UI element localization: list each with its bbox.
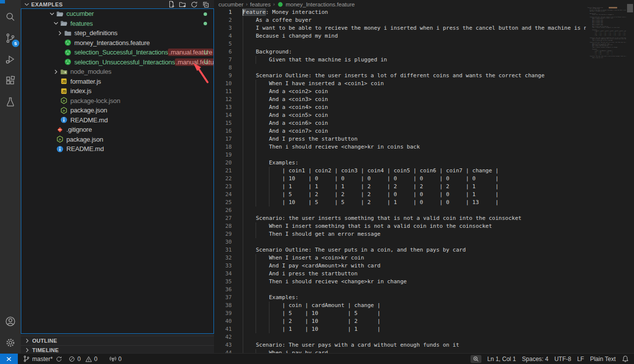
line-number[interactable]: 17 [214,135,232,143]
encoding-setting[interactable]: UTF-8 [551,356,574,363]
line-number[interactable]: 3 [214,24,232,32]
code-line[interactable]: 4 Because i changed my mind [214,32,586,40]
line-number[interactable]: 4 [214,32,232,40]
line-number[interactable]: 41 [214,325,232,333]
cursor-position[interactable]: Ln 1, Col 1 [484,356,519,363]
vertical-scrollbar[interactable] [626,0,634,353]
problems-status[interactable]: 0 0 [65,354,100,364]
code-line[interactable]: 29 Then I should get an error message [214,230,586,238]
code-line[interactable]: 39 | 5 | 10 | 5 | [214,310,586,317]
line-number[interactable]: 35 [214,278,232,286]
outline-panel-header[interactable]: OUTLINE [21,336,214,345]
tree-item--gitignore[interactable]: .gitignore [21,125,213,135]
settings-gear-icon[interactable] [0,332,21,353]
line-number[interactable]: 40 [214,317,232,325]
line-number[interactable]: 33 [214,262,232,270]
ports-status[interactable]: 0 [106,354,125,364]
code-line[interactable]: 11 And a <coin2> coin [214,88,586,96]
line-number[interactable]: 12 [214,96,232,104]
tree-item-formatter-js[interactable]: JSformatter.js [21,77,213,87]
line-number[interactable]: 39 [214,310,232,317]
line-number[interactable]: 15 [214,119,232,127]
refresh-icon[interactable] [190,0,198,8]
tree-item-money-interactions-feature[interactable]: money_Interactions.feature [21,38,213,48]
tree-item-features[interactable]: features [21,19,213,29]
breadcrumb-folder[interactable]: cucumber [218,1,244,7]
line-number[interactable]: 43 [214,341,232,349]
code-line[interactable]: 13 And a <coin4> coin [214,104,586,111]
tree-item-selection-successful-interactions[interactable]: selection_Successful_Interactions.manual… [21,48,213,57]
code-line[interactable]: 42 [214,333,586,341]
code-line[interactable]: 9 Scenario Outline: the user inserts a l… [214,72,586,80]
code-line[interactable]: 31 Scenario Outline: The user puts in a … [214,246,586,254]
tree-item-readme-md[interactable]: README.md [21,144,213,154]
code-line[interactable]: 43 Scenario: The user pays with a card w… [214,341,586,349]
line-number[interactable]: 44 [214,349,232,353]
tree-item-package-json[interactable]: jspackage.json [21,135,213,145]
line-number[interactable]: 20 [214,159,232,167]
code-line[interactable]: 25 | 10 | 5 | 5 | 2 | 1 | 0 | 0 | 13 | [214,199,586,207]
tree-item-package-json[interactable]: jspackage.json [21,105,213,115]
code-line[interactable]: 17 And I press the startbutton [214,135,586,143]
code-line[interactable]: 33 And I pay <cardAmount>kr with card [214,262,586,270]
code-line[interactable]: 18 Then i should recieve <change>kr in c… [214,143,586,151]
code-line[interactable]: 1Feature: Money interaction [214,8,586,16]
source-control-icon[interactable]: 5 [0,27,21,49]
line-number[interactable]: 31 [214,246,232,254]
minimap[interactable]: Feature: Money interaction As a coffee b… [586,0,626,353]
code-line[interactable]: 23 | 1 | 1 | 1 | 2 | 2 | 2 | 2 | 1 | [214,183,586,191]
code-line[interactable]: 30 [214,238,586,246]
code-area[interactable]: 1Feature: Money interaction2 As a coffee… [214,8,586,353]
code-line[interactable]: 37 Examples: [214,294,586,302]
code-line[interactable]: 16 And a <coin7> coin [214,127,586,135]
code-line[interactable]: 27 Scenario: the user inserts something … [214,214,586,222]
scrollbar-thumb[interactable] [627,4,633,12]
code-line[interactable]: 41 | 1 | 10 | 1 | [214,325,586,333]
language-mode[interactable]: Plain Text [587,356,619,363]
line-number[interactable]: 18 [214,143,232,151]
line-number[interactable]: 5 [214,40,232,48]
line-number[interactable]: 7 [214,56,232,64]
line-number[interactable]: 23 [214,183,232,191]
code-line[interactable]: 34 And i press the startbutton [214,270,586,278]
line-number[interactable]: 19 [214,151,232,159]
line-number[interactable]: 13 [214,104,232,111]
explorer-section-header[interactable]: EXAMPLES [21,0,214,8]
collapse-folders-icon[interactable] [202,0,210,8]
code-line[interactable]: 2 As a coffee buyer [214,16,586,24]
eol-setting[interactable]: LF [574,356,587,363]
code-line[interactable]: 38 | coin | cardAmount | change | [214,302,586,310]
line-number[interactable]: 28 [214,222,232,230]
line-number[interactable]: 36 [214,286,232,294]
notifications-bell-icon[interactable] [619,355,631,363]
line-number[interactable]: 11 [214,88,232,96]
code-line[interactable]: 8 [214,64,586,72]
code-line[interactable]: 28 When I insert something that is not a… [214,222,586,230]
code-line[interactable]: 36 [214,286,586,294]
line-number[interactable]: 27 [214,214,232,222]
new-file-icon[interactable] [167,0,175,8]
new-folder-icon[interactable] [179,0,187,8]
line-number[interactable]: 37 [214,294,232,302]
testing-beaker-icon[interactable] [0,91,21,112]
code-line[interactable]: 20 Examples: [214,159,586,167]
code-line[interactable]: 21 | coin1 | coin2 | coin3 | coin4 | coi… [214,167,586,175]
tree-item-selection-unsuccessful-interactions[interactable]: selection_Unsuccessful_Interactions.manu… [21,57,213,67]
line-number[interactable]: 30 [214,238,232,246]
line-number[interactable]: 9 [214,72,232,80]
line-number[interactable]: 1 [214,8,232,16]
line-number[interactable]: 2 [214,16,232,24]
screencast-zoom-icon[interactable] [471,355,481,363]
code-line[interactable]: 19 [214,151,586,159]
account-icon[interactable] [0,311,21,332]
code-line[interactable]: 24 | 5 | 2 | 2 | 2 | 0 | 0 | 0 | 1 | [214,191,586,199]
git-branch-status[interactable]: master* [18,354,55,364]
code-line[interactable]: 6 Background: [214,48,586,56]
line-number[interactable]: 42 [214,333,232,341]
line-number[interactable]: 29 [214,230,232,238]
line-number[interactable]: 16 [214,127,232,135]
code-line[interactable]: 40 | 2 | 10 | 2 | [214,317,586,325]
tree-item-cucumber[interactable]: cucumber [21,9,213,19]
indentation-setting[interactable]: Spaces: 4 [519,356,551,363]
line-number[interactable]: 32 [214,254,232,262]
